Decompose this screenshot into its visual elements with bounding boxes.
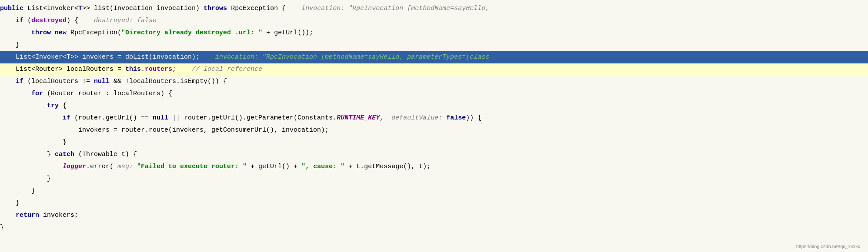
code-line-19: } bbox=[0, 222, 868, 234]
url-watermark: https://blog.csdn.net/qq_xxxxx bbox=[796, 243, 860, 250]
code-text: if (destroyed) { destroyed: false bbox=[16, 16, 157, 26]
code-text: for (Router router : localRouters) { bbox=[31, 89, 172, 99]
code-text: } bbox=[47, 174, 51, 184]
code-line-10: if (router.getUrl() == null || router.ge… bbox=[0, 112, 868, 124]
code-text: public List<Invoker<T>> list(Invocation … bbox=[0, 3, 489, 13]
code-text: throw new RpcException("Directory alread… bbox=[31, 28, 313, 38]
code-line-5: List<Invoker<T>> invokers = doList(invoc… bbox=[0, 51, 868, 63]
code-line-3: throw new RpcException("Directory alread… bbox=[0, 27, 868, 39]
code-line-6: List<Router> localRouters = this.routers… bbox=[0, 63, 868, 76]
code-container: public List<Invoker<T>> list(Invocation … bbox=[0, 0, 868, 252]
code-line-11: invokers = router.route(invokers, getCon… bbox=[0, 124, 868, 136]
code-line-8: for (Router router : localRouters) { bbox=[0, 88, 868, 100]
code-line-16: } bbox=[0, 185, 868, 197]
code-text: List<Invoker<T>> invokers = doList(invoc… bbox=[16, 52, 489, 62]
code-line-13: } catch (Throwable t) { bbox=[0, 149, 868, 161]
code-line-12: } bbox=[0, 136, 868, 149]
code-text: } bbox=[16, 40, 20, 50]
code-line-15: } bbox=[0, 173, 868, 185]
code-text: if (localRouters != null && !localRouter… bbox=[16, 76, 227, 86]
code-text: } catch (Throwable t) { bbox=[47, 149, 137, 159]
code-text: } bbox=[31, 186, 35, 196]
code-text: } bbox=[0, 222, 4, 232]
code-line-14: logger.error( msg: "Failed to execute ro… bbox=[0, 161, 868, 173]
code-text: try { bbox=[47, 101, 67, 111]
code-text: } bbox=[16, 198, 20, 208]
code-text: } bbox=[63, 137, 67, 147]
code-text: if (router.getUrl() == null || router.ge… bbox=[63, 113, 481, 123]
code-text: return invokers; bbox=[16, 210, 78, 220]
code-line-17: } bbox=[0, 197, 868, 209]
code-line-4: } bbox=[0, 39, 868, 51]
code-text: invokers = router.route(invokers, getCon… bbox=[78, 125, 329, 135]
code-line-18: return invokers; bbox=[0, 209, 868, 222]
code-line-9: try { bbox=[0, 100, 868, 112]
code-line-1: public List<Invoker<T>> list(Invocation … bbox=[0, 3, 868, 15]
code-text: List<Router> localRouters = this.routers… bbox=[16, 64, 262, 74]
code-line-7: if (localRouters != null && !localRouter… bbox=[0, 76, 868, 88]
code-text: logger.error( msg: "Failed to execute ro… bbox=[63, 162, 431, 172]
code-line-2: if (destroyed) { destroyed: false bbox=[0, 15, 868, 27]
